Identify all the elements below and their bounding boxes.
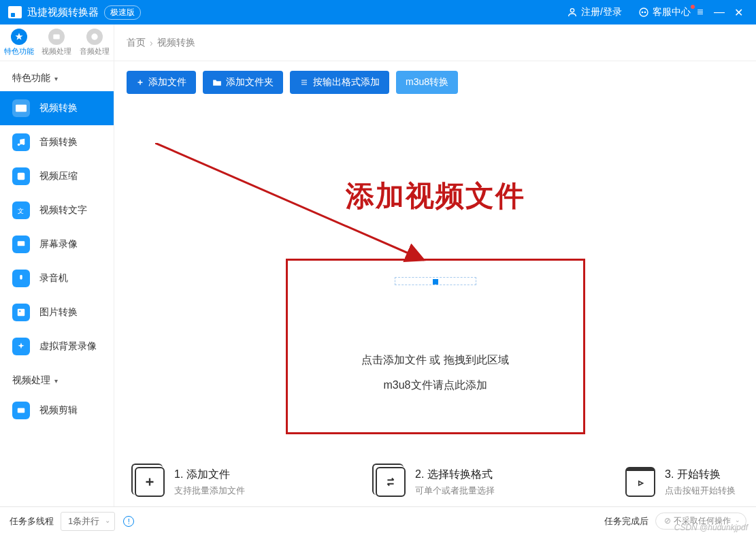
chevron-down-icon: ▾ xyxy=(54,75,58,82)
tab-video[interactable]: 视频处理 xyxy=(42,29,71,56)
support-button[interactable]: 客服中心 xyxy=(638,6,691,18)
scissors-icon xyxy=(12,402,30,419)
status-bar: 任务多线程 1条并行⌄ ! 任务完成后 不采取任何操作⌄ xyxy=(0,506,756,535)
category-tabs: 特色功能 视频处理 音频处理 xyxy=(0,25,114,61)
tab-label: 特色功能 xyxy=(4,46,34,56)
notification-dot-icon xyxy=(691,5,695,9)
svg-rect-4 xyxy=(54,35,60,39)
app-logo-icon xyxy=(8,6,22,18)
watermark-text: CSDN @hudunkjpdf xyxy=(674,523,748,532)
svg-point-7 xyxy=(18,144,20,146)
chevron-down-icon: ⌄ xyxy=(105,517,110,524)
sidebar-item-virtual-bg[interactable]: 虚拟背景录像 xyxy=(0,329,114,363)
play-clapper-icon xyxy=(625,467,655,497)
sidebar-section-featured[interactable]: 特色功能▾ xyxy=(0,61,114,91)
image-icon xyxy=(12,304,30,321)
threads-select[interactable]: 1条并行⌄ xyxy=(61,512,115,531)
upload-placeholder-icon xyxy=(395,277,476,285)
sidebar-item-video-convert[interactable]: 视频转换 xyxy=(0,91,114,125)
star-icon xyxy=(11,29,27,45)
mic-icon xyxy=(12,270,30,287)
svg-point-14 xyxy=(19,310,20,312)
chevron-right-icon: › xyxy=(150,37,153,48)
sidebar-item-audio-convert[interactable]: 音频转换 xyxy=(0,125,114,159)
svg-rect-9 xyxy=(18,173,25,180)
svg-point-3 xyxy=(644,12,645,12)
drop-zone-text: 点击添加文件 或 拖拽到此区域 xyxy=(288,353,583,368)
tab-label: 音频处理 xyxy=(80,46,110,56)
plus-stack-icon xyxy=(135,467,165,497)
drop-zone[interactable]: 点击添加文件 或 拖拽到此区域 m3u8文件请点此添加 xyxy=(286,259,585,434)
swap-icon xyxy=(376,467,406,497)
add-folder-button[interactable]: 添加文件夹 xyxy=(203,71,283,94)
sidebar-item-video-compress[interactable]: 视频压缩 xyxy=(0,159,114,193)
step-3: 3. 开始转换点击按钮开始转换 xyxy=(625,467,736,497)
step-2: 2. 选择转换格式可单个或者批量选择 xyxy=(376,467,495,497)
minimize-button[interactable]: — xyxy=(710,6,729,18)
sparkle-icon xyxy=(12,338,30,355)
steps-guide: 1. 添加文件支持批量添加文件 2. 选择转换格式可单个或者批量选择 3. 开始… xyxy=(135,467,736,497)
svg-text:文: 文 xyxy=(18,208,24,214)
breadcrumb: 首页 › 视频转换 xyxy=(114,25,756,61)
svg-point-2 xyxy=(642,12,642,12)
audio-icon xyxy=(86,29,103,45)
add-by-format-button[interactable]: 按输出格式添加 xyxy=(290,71,389,94)
main-content: 添加文件 添加文件夹 按输出格式添加 m3u8转换 添加视频文件 点击添加文件 … xyxy=(114,61,756,506)
sidebar-item-video-to-text[interactable]: 文视频转文字 xyxy=(0,193,114,227)
sidebar-item-screen-record[interactable]: 屏幕录像 xyxy=(0,227,114,261)
svg-line-16 xyxy=(155,143,424,260)
chevron-down-icon: ▾ xyxy=(54,377,58,385)
monitor-icon xyxy=(12,236,30,253)
top-row: 特色功能 视频处理 音频处理 首页 › 视频转换 xyxy=(0,25,756,61)
after-task-label: 任务完成后 xyxy=(604,515,648,528)
breadcrumb-home[interactable]: 首页 xyxy=(127,37,146,49)
breadcrumb-current: 视频转换 xyxy=(157,37,195,49)
svg-rect-15 xyxy=(18,408,25,413)
sidebar-item-recorder[interactable]: 录音机 xyxy=(0,261,114,295)
sidebar: 特色功能▾ 视频转换 音频转换 视频压缩 文视频转文字 屏幕录像 录音机 图片转… xyxy=(0,61,114,506)
svg-rect-13 xyxy=(18,309,25,317)
drop-zone-m3u8-link[interactable]: m3u8文件请点此添加 xyxy=(288,378,583,393)
login-button[interactable]: 注册/登录 xyxy=(567,6,622,18)
support-label: 客服中心 xyxy=(653,6,691,18)
tab-label: 视频处理 xyxy=(42,46,71,56)
music-icon xyxy=(12,133,30,151)
text-icon: 文 xyxy=(12,201,30,219)
svg-point-1 xyxy=(640,8,648,16)
sidebar-item-video-edit[interactable]: 视频剪辑 xyxy=(0,393,114,427)
info-icon[interactable]: ! xyxy=(123,516,134,527)
close-button[interactable]: ✕ xyxy=(729,6,748,19)
video-icon xyxy=(48,29,65,45)
film-icon xyxy=(12,99,30,117)
app-title: 迅捷视频转换器 xyxy=(27,6,99,19)
threads-label: 任务多线程 xyxy=(10,515,54,528)
login-label: 注册/登录 xyxy=(581,6,622,18)
add-file-button[interactable]: 添加文件 xyxy=(127,71,196,94)
tab-featured[interactable]: 特色功能 xyxy=(4,29,34,56)
action-bar: 添加文件 添加文件夹 按输出格式添加 m3u8转换 xyxy=(127,61,744,103)
tab-audio[interactable]: 音频处理 xyxy=(80,29,110,56)
svg-rect-12 xyxy=(20,275,22,280)
step-1: 1. 添加文件支持批量添加文件 xyxy=(135,467,245,497)
edition-badge: 极速版 xyxy=(104,5,141,20)
svg-point-0 xyxy=(570,9,574,12)
compress-icon xyxy=(12,167,30,185)
sidebar-section-video[interactable]: 视频处理▾ xyxy=(0,363,114,393)
svg-rect-6 xyxy=(16,105,27,112)
titlebar: 迅捷视频转换器 极速版 注册/登录 客服中心 ≡ — ✕ xyxy=(0,0,756,25)
svg-point-8 xyxy=(22,143,25,146)
sidebar-item-image-convert[interactable]: 图片转换 xyxy=(0,295,114,329)
svg-rect-11 xyxy=(18,241,25,246)
svg-point-5 xyxy=(91,33,97,39)
m3u8-convert-button[interactable]: m3u8转换 xyxy=(396,71,458,94)
